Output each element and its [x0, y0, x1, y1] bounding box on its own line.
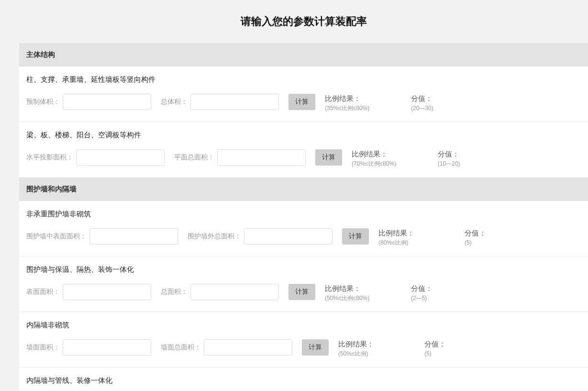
ratio-label: 比例结果： — [338, 339, 410, 349]
label-plane-total-area: 平面总面积： — [174, 149, 214, 166]
input-prefab-volume[interactable] — [63, 94, 151, 110]
row-nonbearing-wall: 非承重围护墙非砌筑 围护墙中表面面积： 围护墙外总面积： 计算 比例结果： (8… — [19, 201, 588, 257]
section-header-walls: 围护墙和内隔墙 — [19, 178, 588, 201]
score-result: 分值： (20—30) — [411, 94, 459, 112]
score-hint: (2—5) — [411, 294, 459, 302]
score-label: 分值： — [465, 228, 512, 238]
calculate-button[interactable]: 计算 — [315, 149, 342, 166]
input-wall-area[interactable] — [63, 339, 151, 356]
score-hint: (10—20) — [438, 160, 486, 168]
row-inner-wall-piping-integrated: 内隔墙与管线、装修一体化 墙面面积： 墙面总面积： 计算 比例结果： (50%≤… — [19, 368, 588, 391]
calculate-button[interactable]: 计算 — [342, 228, 369, 245]
ratio-label: 比例结果： — [378, 228, 450, 238]
ratio-label: 比例结果： — [325, 94, 397, 103]
score-result: 分值： (5) — [424, 339, 472, 357]
label-wall-total-area: 墙面总面积： — [161, 339, 201, 356]
ratio-result: 比例结果： (50%≤比例) — [338, 339, 410, 357]
label-wall-area: 墙面面积： — [26, 339, 60, 356]
ratio-hint: (50%≤比例≤80%) — [325, 294, 397, 302]
label-total-volume: 总体积： — [161, 94, 188, 110]
score-result: 分值： (2—5) — [411, 284, 459, 302]
ratio-result: 比例结果： (50%≤比例≤80%) — [325, 284, 397, 302]
input-plane-total-area[interactable] — [217, 149, 306, 166]
score-label: 分值： — [424, 339, 472, 349]
ratio-hint: (80%≤比例) — [378, 239, 450, 246]
input-total-area[interactable] — [190, 284, 279, 300]
input-horizontal-projection-area[interactable] — [76, 149, 165, 166]
score-result: 分值： (5) — [465, 228, 512, 246]
ratio-result: 比例结果： (35%≤比例≤80%) — [325, 94, 397, 112]
score-label: 分值： — [411, 94, 459, 103]
section-header-main-structure: 主体结构 — [19, 43, 588, 67]
label-wall-outer-total-area: 围护墙外总面积： — [188, 228, 241, 245]
row-columns-supports: 柱、支撑、承重墙、延性墙板等竖向构件 预制体积： 总体积： 计算 比例结果： (… — [19, 67, 588, 122]
ratio-hint: (35%≤比例≤80%) — [325, 104, 397, 112]
calculate-button[interactable]: 计算 — [302, 339, 329, 356]
row-title: 围护墙与保温、隔热、装饰一体化 — [26, 265, 581, 274]
score-label: 分值： — [438, 149, 486, 159]
row-title: 柱、支撑、承重墙、延性墙板等竖向构件 — [26, 75, 581, 84]
calculate-button[interactable]: 计算 — [288, 284, 315, 300]
page-title: 请输入您的参数计算装配率 — [19, 14, 588, 29]
input-wall-outer-total-area[interactable] — [244, 228, 333, 245]
ratio-label: 比例结果： — [325, 284, 397, 293]
label-prefab-volume: 预制体积： — [26, 94, 60, 110]
label-wall-inner-surface-area: 围护墙中表面面积： — [26, 228, 87, 245]
row-title: 梁、板、楼梯、阳台、空调板等构件 — [26, 131, 581, 140]
input-wall-total-area[interactable] — [204, 339, 292, 356]
row-wall-insulation-integrated: 围护墙与保温、隔热、装饰一体化 表面面积： 总面积： 计算 比例结果： (50%… — [19, 257, 588, 312]
score-hint: (5) — [465, 239, 512, 246]
row-inner-wall-non-masonry: 内隔墙非砌筑 墙面面积： 墙面总面积： 计算 比例结果： (50%≤比例) 分值… — [19, 312, 588, 368]
score-label: 分值： — [411, 284, 459, 293]
ratio-result: 比例结果： (80%≤比例) — [378, 228, 450, 246]
score-hint: (20—30) — [411, 104, 459, 112]
score-result: 分值： (10—20) — [438, 149, 486, 168]
ratio-hint: (50%≤比例) — [338, 350, 410, 357]
score-hint: (5) — [424, 350, 472, 357]
row-title: 非承重围护墙非砌筑 — [26, 210, 581, 219]
input-total-volume[interactable] — [190, 94, 279, 110]
row-title: 内隔墙非砌筑 — [26, 321, 581, 330]
calculate-button[interactable]: 计算 — [288, 94, 315, 110]
input-wall-inner-surface-area[interactable] — [89, 228, 178, 245]
label-horizontal-projection-area: 水平投影面积： — [26, 149, 73, 166]
ratio-result: 比例结果： (70%≤比例≤80%) — [352, 149, 423, 168]
row-beams-slabs: 梁、板、楼梯、阳台、空调板等构件 水平投影面积： 平面总面积： 计算 比例结果：… — [19, 122, 588, 178]
ratio-label: 比例结果： — [352, 149, 423, 159]
input-surface-area[interactable] — [63, 284, 151, 300]
row-title: 内隔墙与管线、装修一体化 — [26, 376, 581, 385]
label-surface-area: 表面面积： — [26, 284, 60, 300]
ratio-hint: (70%≤比例≤80%) — [352, 160, 423, 168]
label-total-area: 总面积： — [161, 284, 188, 300]
